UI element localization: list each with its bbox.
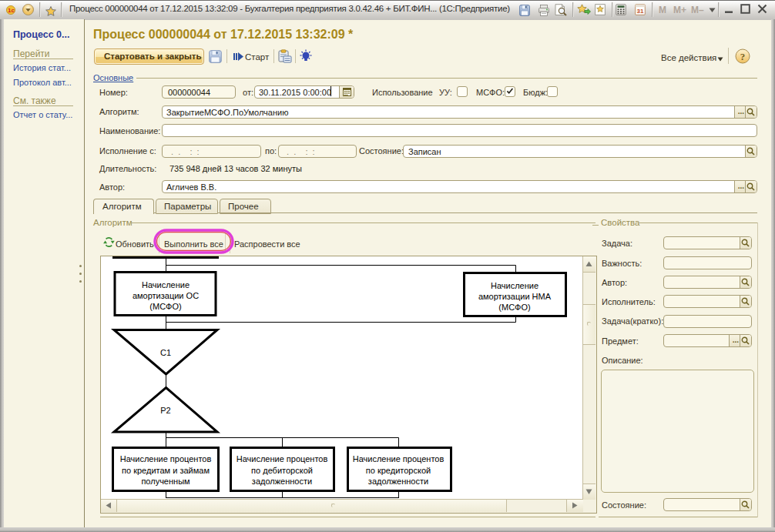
svg-text:по кредитам и займам: по кредитам и займам — [122, 466, 210, 475]
svg-text:(МСФО): (МСФО) — [498, 303, 530, 312]
svg-text:Начисление процентов: Начисление процентов — [353, 454, 445, 463]
svg-text:амортизации НМА: амортизации НМА — [478, 292, 552, 301]
svg-text:задолженности: задолженности — [252, 477, 312, 486]
svg-text:31: 31 — [637, 8, 644, 15]
svg-text:Начисление: Начисление — [491, 281, 538, 290]
svg-text:по кредиторской: по кредиторской — [366, 466, 431, 475]
svg-text:С1: С1 — [160, 348, 171, 357]
svg-text:по дебиторской: по дебиторской — [251, 466, 313, 475]
svg-text:задолженности: задолженности — [368, 477, 428, 486]
svg-text:Начисление процентов: Начисление процентов — [237, 454, 328, 463]
svg-text:Р2: Р2 — [160, 406, 170, 415]
svg-text:?: ? — [740, 51, 746, 62]
svg-text:1с: 1с — [8, 7, 15, 14]
svg-text:полученным: полученным — [141, 477, 190, 486]
svg-text:Начисление: Начисление — [142, 280, 190, 289]
svg-text:амортизации ОС: амортизации ОС — [133, 291, 199, 300]
svg-text:(МСФО): (МСФО) — [149, 302, 181, 311]
svg-text:Начисление процентов: Начисление процентов — [120, 454, 212, 463]
